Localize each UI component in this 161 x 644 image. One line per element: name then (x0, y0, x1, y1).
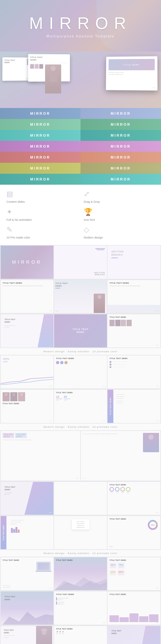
theme-item: MIRROR (80, 163, 161, 174)
feature-label: Content slides (6, 200, 25, 204)
slide-hat-photo: TITLE TEXTDEMO Lorem ipsum dolorsit amet… (1, 626, 53, 644)
theme-item: MIRROR (80, 130, 161, 141)
theme-item: MIRROR (0, 130, 80, 141)
tagline-2: Modern design · Easily editable · 10 pre… (0, 424, 161, 430)
theme-item: MIRROR (80, 141, 161, 152)
feature-animation: ✦ Full & No animation (6, 208, 77, 222)
slide-chart-line: +27% +12% 01/22 (1, 356, 53, 389)
slide-circles-percent: TITLE TEXT DEMO 32% 75% 24% 80% 01/22 (108, 482, 160, 515)
slides-grid-10: TITLE TEXTDEMO 01/22 TITLE TEXT DEMO Lor… (0, 591, 161, 625)
slide-photo-title: TITLE TEXTDEMO 01/22 (54, 280, 107, 313)
feature-label: Modern design (84, 236, 103, 240)
slide-title-block: TITLE TEXTBLOCK TITLE TEXTBLOCK Lorem ip… (1, 431, 80, 481)
slides-grid-4: +27% +12% 01/22 TITLE TEXT DEMO 01/22 TI… (0, 355, 161, 389)
slides-grid-1: MIRROR SECTION BREAKS SECTIONBREAKS (0, 245, 161, 279)
slide-card: Lorem ipsumdolor sit ametconsecteturadip… (54, 516, 107, 549)
slide-vertical-left: TITLE TEXT DEMO Lorem ipsum dolor sitame… (1, 516, 53, 549)
theme-item: MIRROR (0, 141, 80, 152)
slide-vertical-title: TITLE TEXT DEMO Lorem ipsumdolor sit ame… (108, 390, 160, 423)
slide-mirror-cover: MIRROR (1, 246, 53, 279)
slides-grid-8: TITLE TEXT DEMO Lorem ipsum dolor sitame… (0, 515, 161, 550)
theme-item: MIRROR (80, 108, 161, 119)
features-section: ▤ Content slides ⤢ Drag & Drop ✦ Full & … (0, 185, 161, 245)
slide-title-text-1: TITLE TEXT DEMO Lorem ipsum dolor sit am… (1, 280, 53, 313)
slide-title-body-1: TITLE TEXT DEMO 01/22 (54, 356, 107, 389)
theme-item: MIRROR (80, 152, 161, 163)
slides-grid-9: TITLE TEXT DEMO Lorem ipsumdolor sit ame… (0, 557, 161, 591)
app-subtitle: Multipurpose Keynote Template (46, 34, 115, 38)
feature-icon-font: 🏆 Icon font (84, 208, 155, 222)
slide-gradient-pie: TITLE TEXTDEMO 01/22 (108, 626, 160, 644)
theme-item: MIRROR (0, 152, 80, 163)
slide-mountain-photo: TITLE TEXT DEMO 01/22 (54, 557, 107, 590)
slides-grid-6: TITLE TEXTBLOCK TITLE TEXTBLOCK Lorem ip… (0, 430, 161, 481)
theme-item: MIRROR (80, 119, 161, 130)
slide-info-right: Lorem ipsum dolor sit amet consectetur a… (81, 431, 160, 481)
content-slides-icon: ▤ (6, 190, 13, 198)
slides-grid-7: TITLE TEXTDEMO Lorem ipsumdolor sit 01/2… (0, 481, 161, 516)
themes-section: MIRROR MIRROR MIRROR MIRROR MIRROR MIRRO… (0, 108, 161, 185)
feature-label: Drag & Drop (84, 200, 100, 204)
preview-area: TITLE TEXTDEMO TITLE TEXTDEMO TITLE DEMO… (0, 52, 161, 108)
svg-marker-6 (3, 612, 53, 625)
theme-item: MIRROR (80, 174, 161, 185)
slides-grid-3: TITLE TEXTDEMO Lorem ipsum dolorsit amet… (0, 314, 161, 348)
slide-landscape-title: TITLE TEXTDEMO 01/22 (1, 591, 53, 625)
feature-label: Full & No animation (6, 218, 32, 222)
theme-item: MIRROR (0, 174, 80, 185)
feature-content-slides: ▤ Content slides (6, 190, 77, 204)
icon-font-icon: 🏆 (84, 208, 92, 216)
slide-pie-chart: TITLE TEXT DEMO 38% 01/22 (108, 516, 160, 549)
slides-grid-5: TITLE TEXT DEMO 12 01/22 TITLE TEXT DEMO… (0, 389, 161, 424)
slide-diag-big: TITLE TEXTDEMO Lorem ipsumdolor sit 01/2… (1, 482, 53, 515)
slides-grid-11: TITLE TEXTDEMO Lorem ipsum dolorsit amet… (0, 625, 161, 644)
drag-drop-icon: ⤢ (84, 190, 90, 198)
slide-bar-chart: TITLE TEXT DEMO 01/22 (108, 591, 160, 625)
app-title: MIRROR (29, 14, 132, 33)
slide-laptop: TITLE TEXT DEMO Lorem ipsumdolor sit ame… (1, 557, 53, 590)
feature-label: Icon font (84, 218, 95, 222)
slide-people-1: TITLE TEXT DEMO 12 01/22 (1, 390, 53, 423)
feature-premade-color: ✎ 10 Pre made color (6, 226, 77, 240)
slide-stat-numbers: TITLE TEXT DEMO 32% Label text 75% Label… (108, 557, 160, 590)
svg-text:38%: 38% (151, 524, 155, 526)
slide-numbers: TITLE TEXT DEMO 12 Label 29 Label 01/22 (54, 390, 107, 423)
header-section: MIRROR Multipurpose Keynote Template (0, 0, 161, 52)
feature-modern-design: ◇ Modern design (84, 226, 155, 240)
slide-section-break-plain: SECTIONBREAKS (108, 246, 160, 279)
slide-title-circles: TITLE TEXT DEMO Text Text Text 01/22 (54, 626, 107, 644)
theme-item: MIRROR (0, 119, 80, 130)
theme-item: MIRROR (0, 108, 80, 119)
animation-icon: ✦ (6, 208, 12, 216)
tagline-1: Modern design · Easily editable · 10 pre… (0, 348, 161, 355)
slide-photos-row: TITLE TEXT DEMO 01/22 (108, 314, 160, 347)
slide-column-photos: Label Label Label (54, 482, 107, 515)
feature-label: 10 Pre made color (6, 236, 30, 240)
feature-drag-drop: ⤢ Drag & Drop (84, 190, 155, 204)
theme-item: MIRROR (0, 163, 80, 174)
tagline-3: Modern design · Easily editable · 10 pre… (0, 550, 161, 557)
slide-title-body-2: TITLE TEXT DEMO 01/22 (108, 356, 160, 389)
slides-grid-2: TITLE TEXT DEMO Lorem ipsum dolor sit am… (0, 279, 161, 314)
premade-color-icon: ✎ (6, 226, 12, 234)
slide-title-plain: TITLE TEXT DEMO Lorem ipsum dolor sit am… (108, 280, 160, 313)
slide-title-gradient-bar: TITLE TEXT DEMO Lorem ipsum dolorsit ame… (54, 591, 107, 625)
slide-section-break-diag: SECTION BREAKS (54, 246, 107, 279)
slide-diag-1: TITLE TEXTDEMO Lorem ipsum dolorsit amet… (1, 314, 53, 347)
modern-design-icon: ◇ (84, 226, 89, 234)
slide-diag-gradient: TITLE TEXTDEMO (54, 314, 107, 347)
